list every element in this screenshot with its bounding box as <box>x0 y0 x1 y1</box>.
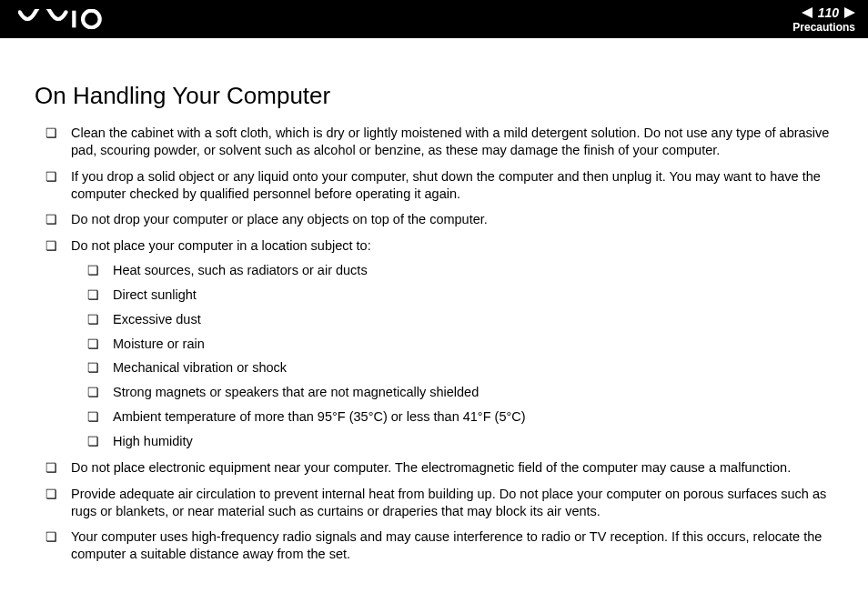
list-item: Heat sources, such as radiators or air d… <box>87 262 833 279</box>
sub-bullet-list: Heat sources, such as radiators or air d… <box>71 262 833 450</box>
vaio-logo <box>18 9 111 29</box>
nav-next-icon[interactable] <box>844 7 855 18</box>
svg-rect-0 <box>72 11 76 28</box>
list-item: Direct sunlight <box>87 286 833 304</box>
list-item: Mechanical vibration or shock <box>87 359 833 377</box>
list-item: Your computer uses high-frequency radio … <box>45 528 833 563</box>
list-item: Ambient temperature of more than 95°F (3… <box>87 408 833 426</box>
section-label: Precautions <box>792 21 855 34</box>
list-item: Strong magnets or speakers that are not … <box>87 384 833 401</box>
svg-point-1 <box>83 11 100 28</box>
page-nav: 110 <box>802 5 855 20</box>
list-item: Do not place electronic equipment near y… <box>45 459 833 477</box>
list-item: Moisture or rain <box>87 336 833 353</box>
page-header: 110 Precautions <box>0 0 868 38</box>
list-item: Clean the cabinet with a soft cloth, whi… <box>45 125 833 159</box>
list-item-text: Do not place your computer in a location… <box>71 238 371 253</box>
list-item: High humidity <box>87 433 833 450</box>
page-number: 110 <box>818 5 839 20</box>
content: On Handling Your Computer Clean the cabi… <box>0 38 868 563</box>
bullet-list: Clean the cabinet with a soft cloth, whi… <box>35 125 833 563</box>
list-item: Do not place your computer in a location… <box>45 237 833 450</box>
nav-prev-icon[interactable] <box>802 7 812 18</box>
header-right: 110 Precautions <box>792 5 855 34</box>
list-item: Do not drop your computer or place any o… <box>45 211 833 228</box>
list-item: Excessive dust <box>87 311 833 328</box>
page-title: On Handling Your Computer <box>35 82 833 110</box>
list-item: If you drop a solid object or any liquid… <box>45 168 833 203</box>
list-item: Provide adequate air circulation to prev… <box>45 486 833 520</box>
